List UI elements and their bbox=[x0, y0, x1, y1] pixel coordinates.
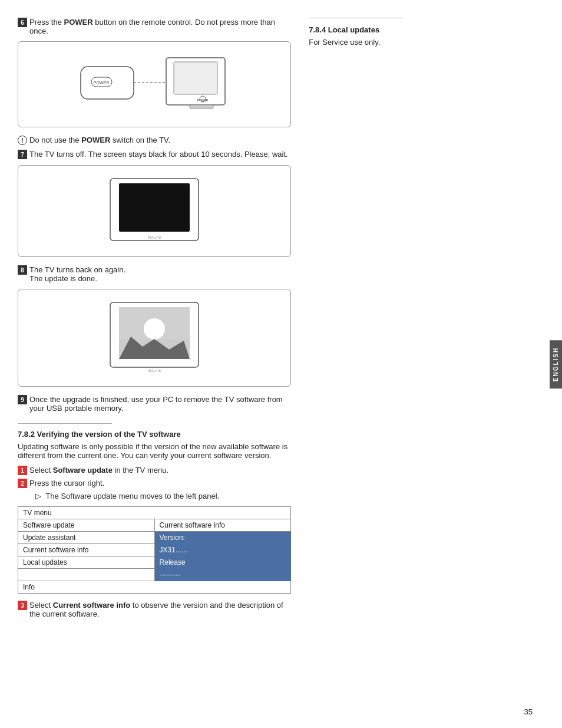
step-7-text: The TV turns off. The screen stays black… bbox=[29, 150, 291, 159]
section-782-step2-text: Press the cursor right. bbox=[29, 479, 291, 487]
section-782-intro: Updating software is only possible if th… bbox=[18, 442, 291, 460]
right-column: 7.8.4 Local updates For Service use only… bbox=[309, 18, 533, 622]
step-8-number: 8 bbox=[18, 265, 27, 275]
step-7-row: 7 The TV turns off. The screen stays bla… bbox=[18, 150, 291, 159]
warning-icon: ! bbox=[18, 136, 27, 145]
table-cell-current-software-info: Current software info bbox=[154, 519, 291, 532]
table-row-3: Current software info JX31...... bbox=[18, 544, 291, 556]
section-782-step2-sub: ▷ The Software update menu moves to the … bbox=[35, 492, 291, 500]
section-784-heading: 7.8.4 Local updates bbox=[309, 25, 533, 34]
table-row-2: Update assistant Version: bbox=[18, 532, 291, 544]
svg-text:POWER: POWER bbox=[197, 98, 209, 102]
warning-1-row: ! Do not use the POWER switch on the TV. bbox=[18, 136, 291, 145]
table-cell-info: Info bbox=[18, 581, 291, 594]
tv-on-diagram: PHILIPS bbox=[18, 289, 291, 387]
svg-text:PHILIPS: PHILIPS bbox=[148, 236, 161, 239]
svg-rect-10 bbox=[119, 183, 190, 232]
step-8-line1: The TV turns back on again. bbox=[29, 265, 125, 274]
section-782-step3-row: 3 Select Current software info to observ… bbox=[18, 601, 291, 618]
table-row-4: Local updates Release bbox=[18, 556, 291, 569]
section-782-step2-num: 2 bbox=[18, 479, 27, 488]
step-6-number: 6 bbox=[18, 18, 27, 27]
section-divider-1 bbox=[18, 423, 112, 424]
section-784-text: For Service use only. bbox=[309, 38, 533, 47]
table-cell-update-assistant: Update assistant bbox=[18, 532, 155, 544]
step-8-row: 8 The TV turns back on again. The update… bbox=[18, 265, 291, 283]
svg-text:PHILIPS: PHILIPS bbox=[148, 369, 161, 373]
step-8-line2: The update is done. bbox=[29, 274, 97, 283]
section-782-step3-text: Select Current software info to observe … bbox=[29, 601, 291, 618]
step-6-text: Press the POWER button on the remote con… bbox=[29, 18, 291, 35]
table-cell-empty bbox=[18, 569, 155, 581]
page-number: 35 bbox=[524, 707, 533, 716]
table-cell-software-update: Software update bbox=[18, 519, 155, 532]
svg-rect-6 bbox=[190, 105, 213, 108]
section-782-step2-row: 2 Press the cursor right. bbox=[18, 479, 291, 488]
table-row-info: Info bbox=[18, 581, 291, 594]
english-tab: ENGLISH bbox=[550, 340, 562, 388]
table-header-cell: TV menu bbox=[18, 507, 291, 519]
table-header-row: TV menu bbox=[18, 507, 291, 519]
section-divider-right bbox=[309, 18, 403, 18]
table-row-1: Software update Current software info bbox=[18, 519, 291, 532]
warning-1-text: Do not use the POWER switch on the TV. bbox=[29, 136, 291, 144]
table-cell-release: Release bbox=[154, 556, 291, 569]
section-782-step1-text: Select Software update in the TV menu. bbox=[29, 466, 291, 475]
black-screen-diagram: PHILIPS bbox=[18, 165, 291, 257]
section-782-step1-row: 1 Select Software update in the TV menu. bbox=[18, 466, 291, 475]
table-cell-dashes: --------- bbox=[154, 569, 291, 581]
table-cell-current-software-info-left: Current software info bbox=[18, 544, 155, 556]
svg-text:POWER: POWER bbox=[94, 81, 109, 85]
step-9-row: 9 Once the upgrade is finished, use your… bbox=[18, 395, 291, 413]
step-9-number: 9 bbox=[18, 395, 27, 404]
section-782-step3-num: 3 bbox=[18, 601, 27, 610]
step-7-number: 7 bbox=[18, 150, 27, 159]
svg-rect-5 bbox=[174, 62, 217, 94]
section-782-heading: 7.8.2 Verifying the version of the TV so… bbox=[18, 430, 291, 439]
table-cell-version: Version: bbox=[154, 532, 291, 544]
svg-point-15 bbox=[144, 318, 165, 340]
step-8-text: The TV turns back on again. The update i… bbox=[29, 265, 291, 283]
table-cell-local-updates: Local updates bbox=[18, 556, 155, 569]
table-row-5: --------- bbox=[18, 569, 291, 581]
tv-menu-table: TV menu Software update Current software… bbox=[18, 506, 291, 594]
step-9-text: Once the upgrade is finished, use your P… bbox=[29, 395, 291, 413]
step-6-row: 6 Press the POWER button on the remote c… bbox=[18, 18, 291, 35]
table-cell-jx31: JX31...... bbox=[154, 544, 291, 556]
remote-diagram: POWER POWER bbox=[18, 41, 291, 127]
section-782-step1-num: 1 bbox=[18, 466, 27, 475]
